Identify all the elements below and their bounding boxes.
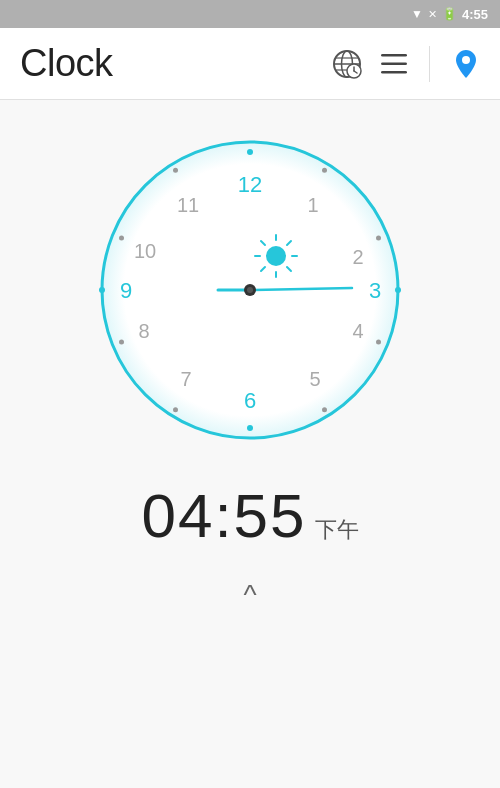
svg-point-15 (376, 236, 381, 241)
svg-point-13 (247, 149, 253, 155)
app-bar: Clock (0, 28, 500, 100)
svg-point-21 (119, 340, 124, 345)
globe-icon (331, 48, 363, 80)
svg-point-22 (99, 287, 105, 293)
clock-container: 12 1 2 3 4 5 6 7 8 9 10 11 (90, 130, 410, 450)
svg-text:9: 9 (120, 278, 132, 303)
am-pm-label: 下午 (315, 515, 359, 545)
svg-point-23 (119, 236, 124, 241)
svg-rect-9 (381, 62, 407, 65)
digital-time-display: 04:55 (141, 480, 306, 551)
svg-point-24 (173, 168, 178, 173)
svg-text:3: 3 (369, 278, 381, 303)
app-bar-icons (331, 46, 480, 82)
svg-text:12: 12 (238, 172, 262, 197)
svg-text:10: 10 (134, 240, 156, 262)
world-clock-button[interactable] (331, 48, 363, 80)
svg-point-20 (173, 407, 178, 412)
digital-time-container: 04:55 下午 (141, 480, 358, 551)
svg-text:2: 2 (352, 246, 363, 268)
svg-text:5: 5 (309, 368, 320, 390)
clock-face: 12 1 2 3 4 5 6 7 8 9 10 11 (90, 130, 410, 450)
svg-rect-8 (381, 54, 407, 57)
app-title: Clock (20, 42, 331, 85)
divider (429, 46, 430, 82)
status-bar: ▼ ✕ 🔋 4:55 (0, 0, 500, 28)
signal-icon: ✕ (428, 8, 437, 21)
svg-point-17 (376, 340, 381, 345)
svg-point-16 (395, 287, 401, 293)
location-icon (452, 48, 480, 80)
wifi-icon: ▼ (411, 7, 423, 21)
chevron-container[interactable]: ^ (243, 579, 256, 611)
status-icons: ▼ ✕ 🔋 4:55 (411, 7, 488, 22)
svg-text:4: 4 (352, 320, 363, 342)
chevron-up-icon[interactable]: ^ (243, 579, 256, 611)
svg-text:8: 8 (138, 320, 149, 342)
svg-point-14 (322, 168, 327, 173)
main-content: 12 1 2 3 4 5 6 7 8 9 10 11 (0, 100, 500, 788)
svg-rect-10 (381, 71, 407, 74)
svg-text:11: 11 (177, 194, 199, 216)
svg-point-11 (462, 56, 470, 64)
svg-point-18 (322, 407, 327, 412)
location-button[interactable] (452, 48, 480, 80)
svg-text:1: 1 (307, 194, 318, 216)
svg-text:6: 6 (244, 388, 256, 413)
svg-point-49 (247, 287, 253, 293)
menu-button[interactable] (381, 54, 407, 74)
battery-icon: 🔋 (442, 7, 457, 21)
svg-point-37 (266, 246, 286, 266)
svg-point-19 (247, 425, 253, 431)
status-time: 4:55 (462, 7, 488, 22)
svg-text:7: 7 (180, 368, 191, 390)
hamburger-icon (381, 54, 407, 74)
